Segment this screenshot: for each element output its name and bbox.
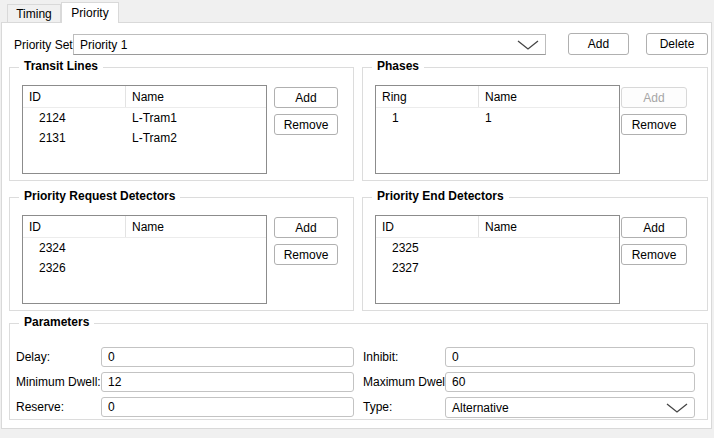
table-row[interactable]: 1 1 — [376, 108, 619, 128]
column-header-id: ID — [376, 216, 479, 237]
phases-table[interactable]: Ring Name 1 1 — [375, 85, 620, 174]
priority-set-delete-button[interactable]: Delete — [646, 33, 708, 55]
reserve-input[interactable] — [101, 397, 354, 417]
table-header: Ring Name — [376, 86, 619, 108]
tab-priority-label: Priority — [71, 6, 108, 20]
cell-id: 2131 — [23, 128, 126, 148]
cell-name — [126, 258, 266, 278]
priority-end-detectors-table[interactable]: ID Name 2325 2327 — [375, 215, 620, 304]
minimum-dwell-label: Minimum Dwell: — [16, 372, 101, 392]
chevron-down-icon — [517, 40, 539, 50]
cell-name: L-Tram2 — [126, 128, 266, 148]
parameters-title: Parameters — [19, 315, 94, 329]
inhibit-label: Inhibit: — [363, 347, 398, 367]
priority-set-add-button[interactable]: Add — [568, 33, 629, 55]
priority-request-detectors-table[interactable]: ID Name 2324 2326 — [22, 215, 267, 304]
chevron-down-icon — [666, 403, 688, 413]
column-header-id: ID — [23, 216, 126, 237]
tab-timing-label: Timing — [16, 7, 52, 21]
reserve-label: Reserve: — [16, 397, 64, 417]
cell-id: 2327 — [376, 258, 479, 278]
phases-group: Phases Ring Name 1 1 Add Remove — [362, 67, 708, 181]
maximum-dwell-label: Maximum Dwell: — [363, 372, 451, 392]
table-header: ID Name — [23, 86, 266, 108]
cell-id: 2325 — [376, 238, 479, 258]
priority-set-combobox[interactable]: Priority 1 — [73, 34, 546, 55]
transit-lines-title: Transit Lines — [19, 59, 103, 73]
table-header: ID Name — [23, 216, 266, 238]
priority-tab-page: Priority Set: Priority 1 Add Delete Tran… — [1, 22, 712, 429]
cell-name — [479, 238, 619, 258]
transit-lines-table[interactable]: ID Name 2124 L-Tram1 2131 L-Tram2 — [22, 85, 267, 174]
cell-ring: 1 — [376, 108, 479, 128]
column-header-name: Name — [479, 216, 619, 237]
cell-name: 1 — [479, 108, 619, 128]
priority-end-detectors-title: Priority End Detectors — [372, 189, 509, 203]
column-header-name: Name — [126, 216, 266, 237]
cell-name — [479, 258, 619, 278]
table-row[interactable]: 2327 — [376, 258, 619, 278]
inhibit-input[interactable] — [445, 347, 695, 367]
phases-title: Phases — [372, 59, 424, 73]
priority-request-detectors-group: Priority Request Detectors ID Name 2324 … — [9, 197, 354, 311]
priority-set-value: Priority 1 — [80, 38, 127, 52]
cell-name: L-Tram1 — [126, 108, 266, 128]
priority-end-detectors-group: Priority End Detectors ID Name 2325 2327… — [362, 197, 708, 311]
priority-end-detectors-remove-button[interactable]: Remove — [621, 244, 687, 265]
delay-label: Delay: — [16, 347, 50, 367]
tab-priority[interactable]: Priority — [61, 2, 119, 23]
priority-request-detectors-add-button[interactable]: Add — [274, 217, 338, 238]
table-row[interactable]: 2326 — [23, 258, 266, 278]
table-row[interactable]: 2124 L-Tram1 — [23, 108, 266, 128]
priority-end-detectors-add-button[interactable]: Add — [621, 217, 687, 238]
table-row[interactable]: 2131 L-Tram2 — [23, 128, 266, 148]
transit-lines-group: Transit Lines ID Name 2124 L-Tram1 2131 … — [9, 67, 354, 181]
priority-request-detectors-title: Priority Request Detectors — [19, 189, 180, 203]
priority-request-detectors-remove-button[interactable]: Remove — [274, 244, 338, 265]
cell-id: 2324 — [23, 238, 126, 258]
column-header-ring: Ring — [376, 86, 479, 107]
tab-timing[interactable]: Timing — [7, 4, 61, 23]
cell-id: 2124 — [23, 108, 126, 128]
cell-name — [126, 238, 266, 258]
table-header: ID Name — [376, 216, 619, 238]
table-row[interactable]: 2324 — [23, 238, 266, 258]
type-combobox[interactable]: Alternative — [445, 397, 695, 418]
phases-add-button: Add — [621, 87, 687, 108]
type-value: Alternative — [452, 401, 509, 415]
type-label: Type: — [363, 397, 392, 417]
parameters-group: Parameters Delay: Inhibit: Minimum Dwell… — [9, 323, 708, 420]
minimum-dwell-input[interactable] — [101, 372, 354, 392]
column-header-name: Name — [479, 86, 619, 107]
delay-input[interactable] — [101, 347, 354, 367]
maximum-dwell-input[interactable] — [445, 372, 695, 392]
column-header-id: ID — [23, 86, 126, 107]
table-row[interactable]: 2325 — [376, 238, 619, 258]
cell-id: 2326 — [23, 258, 126, 278]
priority-set-label: Priority Set: — [14, 38, 76, 52]
phases-remove-button[interactable]: Remove — [621, 114, 687, 135]
transit-lines-add-button[interactable]: Add — [274, 87, 338, 108]
column-header-name: Name — [126, 86, 266, 107]
transit-lines-remove-button[interactable]: Remove — [274, 114, 338, 135]
